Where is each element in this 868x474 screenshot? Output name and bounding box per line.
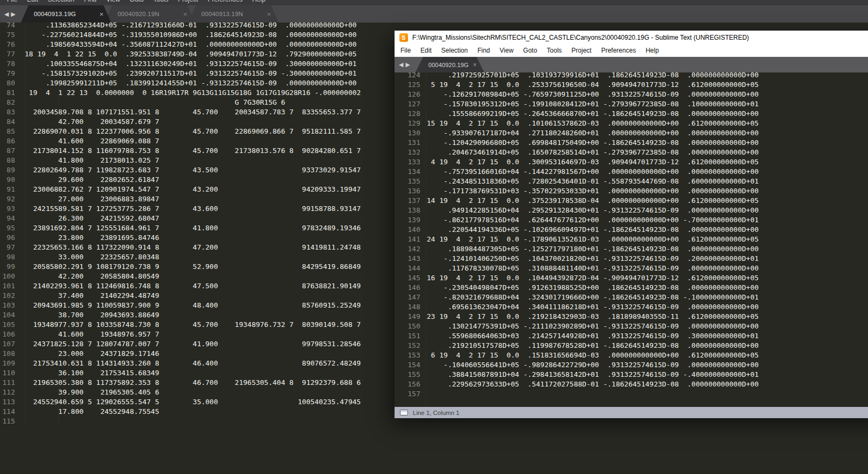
line-number: 95 <box>0 223 15 233</box>
foreground-sublime-window: S F:\Wingtra_Missions\SitechRM\SITECH_CA… <box>395 31 868 418</box>
code-line: 128 .155586699219D+05 -.264536666870D+01… <box>395 109 758 119</box>
code-line: 100 42.200 20585804.80549 <box>0 272 361 281</box>
code-line: 87 21738014.152 8 116079788.753 8 45.700… <box>0 146 361 156</box>
menu-item-edit[interactable]: Edit <box>415 47 436 54</box>
line-text: -.227560214844D+05 -.319355010986D+00 .1… <box>25 30 356 40</box>
line-text: .199825991211D+05 .183991241455D+01 -.93… <box>25 78 356 88</box>
tab-00040913.19n[interactable]: 00040913.19N× <box>188 5 279 23</box>
menu-item-help[interactable]: Help <box>641 47 664 54</box>
line-number: 112 <box>0 388 15 397</box>
line-text: 27.000 23006883.89847 <box>25 194 159 204</box>
code-line: 130 -.933907617187D+04 .271180248260D+01… <box>395 128 758 138</box>
left-menu-bar: FileEditSelectionFindViewGotoToolsProjec… <box>0 0 868 5</box>
menu-item-preferences[interactable]: Preferences <box>203 0 247 3</box>
tab-00040913.19g[interactable]: 00040913.19G× <box>21 5 111 23</box>
tab-scroll-left-icon[interactable]: ◀ <box>399 61 403 68</box>
tab-close-icon[interactable]: × <box>265 10 273 19</box>
code-line: 131 -.120429096680D+05 .699848175049D+00… <box>395 138 758 148</box>
menu-item-tools[interactable]: Tools <box>149 0 173 3</box>
code-line: 146 -.230540498047D+05 .912631988525D+00… <box>395 283 758 293</box>
menu-item-file[interactable]: File <box>396 47 415 54</box>
code-line: 142 .188984487305D+05 -.125271797180D+01… <box>395 244 758 254</box>
menu-item-goto[interactable]: Goto <box>519 47 542 54</box>
line-number: 111 <box>0 378 15 388</box>
line-number: 92 <box>0 194 15 204</box>
menu-item-view[interactable]: View <box>495 47 519 54</box>
line-number: 127 <box>395 99 420 109</box>
code-line: 76 .198569433594D+04 -.356087112427D+01 … <box>0 40 361 49</box>
line-text: 42.200 20585804.80549 <box>25 272 159 281</box>
menu-item-help[interactable]: Help <box>247 0 271 3</box>
menu-item-find[interactable]: Find <box>79 0 101 3</box>
line-text: 19 4 1 22 13 0.0000000 0 16R19R17R 9G13G… <box>25 88 361 98</box>
menu-item-project[interactable]: Project <box>567 47 596 54</box>
right-editor-pane[interactable]: 124 .219725925701D+05 .103193739916D+01 … <box>395 72 868 407</box>
code-line: 95 23891692.804 7 125551684.961 7 41.800… <box>0 223 361 233</box>
line-text: 16 19 4 2 17 15 0.0 .104494392872D-04 -.… <box>427 273 758 283</box>
menu-item-view[interactable]: View <box>101 0 125 3</box>
line-number: 85 <box>0 127 15 136</box>
menu-item-selection[interactable]: Selection <box>43 0 79 3</box>
code-line: 114 17.800 24552948.75545 <box>0 407 361 417</box>
line-number: 93 <box>0 204 15 214</box>
line-number: 103 <box>0 301 15 310</box>
line-number: 86 <box>0 136 15 146</box>
tab-scroll-right-icon[interactable]: ▶ <box>11 11 15 18</box>
code-line: 13714 19 4 2 17 15 0.0 .375239178538D-04… <box>395 196 758 206</box>
tab-label: 00040920.19N <box>118 11 181 17</box>
tab-00040920.19g[interactable]: 00040920.19G× <box>415 57 484 72</box>
line-number: 80 <box>0 78 15 88</box>
code-line: 105 19348977.937 8 103358748.730 8 45.70… <box>0 320 361 330</box>
window-title-bar[interactable]: S F:\Wingtra_Missions\SitechRM\SITECH_CA… <box>395 31 868 45</box>
menu-item-file[interactable]: File <box>2 0 22 3</box>
code-line: 12915 19 4 2 17 15 0.0 .101061537862D-03… <box>395 119 758 128</box>
code-line: 14923 19 4 2 17 15 0.0 .219218432903D-03… <box>395 312 758 322</box>
menu-item-goto[interactable]: Goto <box>125 0 149 3</box>
line-number: 136 <box>395 186 420 196</box>
menu-item-preferences[interactable]: Preferences <box>596 47 641 54</box>
line-number: 135 <box>395 177 420 186</box>
menu-item-tools[interactable]: Tools <box>542 47 567 54</box>
tab-scroll-right-icon[interactable]: ▶ <box>405 61 410 68</box>
line-text: 41.600 19348976.957 7 <box>25 330 159 339</box>
panel-toggle-icon[interactable] <box>400 410 408 415</box>
code-line: 14516 19 4 2 17 15 0.0 .104494392872D-04… <box>395 273 758 283</box>
code-line: 90 29.600 22802652.61847 <box>0 175 361 185</box>
code-line: 125 5 19 4 2 17 15 0.0 .253375619650D-04… <box>395 80 758 90</box>
line-text: -.104060556641D+05 -.989286422729D+00 .9… <box>427 360 758 370</box>
code-line: 98 33.000 22325657.80348 <box>0 252 361 262</box>
line-text: .204673461914D+05 .165078258514D+01 -.27… <box>427 148 758 157</box>
tab-close-icon[interactable]: × <box>181 10 189 19</box>
line-text: 33.000 22325657.80348 <box>25 252 159 262</box>
code-line: 86 41.600 22869069.088 7 <box>0 136 361 146</box>
line-number: 139 <box>395 215 420 225</box>
line-number: 75 <box>0 30 15 40</box>
tab-close-icon[interactable]: × <box>97 10 106 19</box>
line-text: -.820321679688D+04 .324301719666D+00 -.1… <box>427 293 758 302</box>
line-number: 102 <box>0 291 15 301</box>
line-number: 106 <box>0 330 15 339</box>
tab-scroll-left-icon[interactable]: ◀ <box>4 11 9 18</box>
line-number: 99 <box>0 262 15 272</box>
menu-item-project[interactable]: Project <box>173 0 203 3</box>
line-number: 97 <box>0 243 15 252</box>
line-number: 84 <box>0 117 15 127</box>
code-line: 136 -.171738769531D+03 -.357022953033D+0… <box>395 186 758 196</box>
code-line: 84 42.700 20034587.679 7 <box>0 117 361 127</box>
tab-00040920.19n[interactable]: 00040920.19N× <box>105 5 195 23</box>
line-number: 87 <box>0 146 15 156</box>
code-line: 139 -.862177978516D+04 .626447677612D+00… <box>395 215 758 225</box>
line-number: 137 <box>395 196 420 206</box>
line-number: 96 <box>0 233 15 243</box>
line-text: 29.600 22802652.61847 <box>25 175 159 185</box>
code-line: 88 41.800 21738013.025 7 <box>0 156 361 165</box>
window-title: F:\Wingtra_Missions\SitechRM\SITECH_CAL2… <box>412 34 749 41</box>
menu-item-edit[interactable]: Edit <box>22 0 43 3</box>
menu-item-find[interactable]: Find <box>472 47 494 54</box>
sublime-logo-icon: S <box>399 33 408 42</box>
tab-close-icon[interactable]: × <box>471 61 479 69</box>
code-line: 155 .388415087891D+04 -.298413658142D+01… <box>395 370 758 380</box>
menu-item-selection[interactable]: Selection <box>436 47 472 54</box>
line-number: 153 <box>395 351 420 360</box>
line-text: 38.700 20943693.88649 <box>25 310 159 320</box>
